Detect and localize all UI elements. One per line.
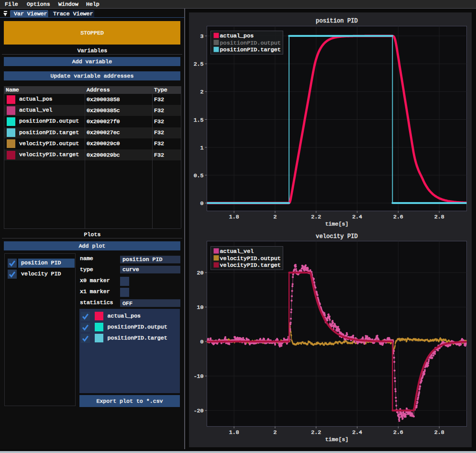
svg-text:2.2: 2.2 <box>311 429 321 435</box>
svg-text:actual_vel: actual_vel <box>220 248 254 255</box>
svg-text:1.8: 1.8 <box>229 429 239 435</box>
svg-text:20: 20 <box>197 270 204 276</box>
svg-text:1.5: 1.5 <box>194 117 204 123</box>
svg-text:actual_pos: actual_pos <box>220 33 254 39</box>
svg-text:position PID: position PID <box>316 18 358 24</box>
svg-text:time[s]: time[s] <box>325 436 349 442</box>
svg-text:velocityPID.output: velocityPID.output <box>220 255 281 262</box>
svg-text:0: 0 <box>200 200 204 206</box>
svg-text:2.8: 2.8 <box>434 429 444 435</box>
svg-text:velocityPID.target: velocityPID.target <box>220 262 281 269</box>
svg-text:10: 10 <box>197 304 204 310</box>
svg-text:velocity PID: velocity PID <box>316 233 358 240</box>
svg-text:2.5: 2.5 <box>194 61 204 67</box>
svg-text:2: 2 <box>274 429 277 435</box>
svg-text:2.4: 2.4 <box>352 214 362 220</box>
svg-text:3: 3 <box>200 33 204 39</box>
svg-text:2: 2 <box>200 89 204 95</box>
svg-text:2.8: 2.8 <box>434 214 444 220</box>
svg-text:-10: -10 <box>194 373 204 379</box>
svg-text:1: 1 <box>200 145 204 151</box>
svg-text:0: 0 <box>200 339 204 345</box>
svg-text:0.5: 0.5 <box>194 172 204 179</box>
svg-text:2.6: 2.6 <box>393 429 403 435</box>
svg-text:1.8: 1.8 <box>229 214 239 220</box>
svg-text:time[s]: time[s] <box>325 221 349 227</box>
svg-text:positionPID.output: positionPID.output <box>220 40 281 46</box>
svg-text:-20: -20 <box>194 408 204 414</box>
svg-text:positionPID.target: positionPID.target <box>220 46 281 53</box>
svg-text:2.2: 2.2 <box>311 214 321 220</box>
svg-text:2.6: 2.6 <box>393 214 403 220</box>
svg-text:2.4: 2.4 <box>352 429 362 435</box>
svg-text:2: 2 <box>274 214 277 220</box>
